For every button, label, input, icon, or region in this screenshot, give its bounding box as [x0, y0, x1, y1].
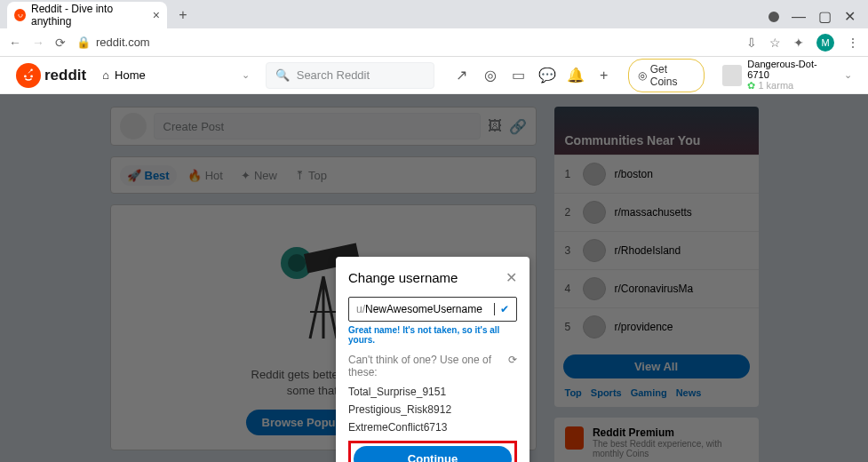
- chat-icon[interactable]: 💬: [539, 68, 555, 84]
- download-icon[interactable]: ⇩: [746, 36, 757, 50]
- home-icon: ⌂: [102, 68, 109, 82]
- feed-selector[interactable]: ⌂ Home ⌄: [95, 65, 256, 85]
- back-icon[interactable]: ←: [9, 36, 21, 50]
- suggestions-heading: Can't think of one? Use one of these:: [348, 354, 508, 378]
- maximize-icon[interactable]: ▢: [818, 8, 832, 25]
- extensions-icon[interactable]: ✦: [793, 36, 804, 50]
- reddit-wordmark: reddit: [44, 67, 86, 84]
- svg-point-2: [24, 75, 27, 77]
- new-tab-button[interactable]: +: [172, 4, 194, 26]
- modal-title: Change username: [348, 270, 458, 285]
- lock-icon: 🔒: [76, 36, 91, 49]
- svg-point-3: [30, 75, 33, 77]
- all-icon[interactable]: ◎: [482, 68, 498, 84]
- search-icon: 🔍: [275, 68, 290, 82]
- notifications-icon[interactable]: 🔔: [568, 68, 584, 84]
- reddit-favicon: [14, 9, 26, 21]
- chevron-down-icon: ⌄: [844, 69, 852, 81]
- search-input[interactable]: 🔍 Search Reddit: [266, 62, 434, 89]
- close-icon[interactable]: ✕: [506, 269, 517, 286]
- reddit-snoo-icon: [16, 63, 41, 88]
- svg-point-0: [18, 14, 20, 16]
- continue-button[interactable]: Continue: [354, 446, 512, 462]
- username-prefix: u/: [356, 303, 365, 315]
- tab-close-icon[interactable]: ×: [153, 8, 160, 22]
- bookmark-icon[interactable]: ☆: [769, 36, 781, 50]
- tab-title: Reddit - Dive into anything: [31, 3, 147, 28]
- checkmark-icon: ✔: [500, 303, 509, 315]
- coin-icon: ◎: [638, 69, 647, 82]
- change-username-modal: Change username ✕ u/ NewAwesomeUsername …: [336, 257, 530, 462]
- karma: 1 karma: [758, 80, 793, 91]
- forward-icon[interactable]: →: [32, 36, 44, 50]
- username: Dangerous-Dot-6710: [747, 59, 833, 80]
- popular-icon[interactable]: ↗: [454, 68, 470, 84]
- browser-tab[interactable]: Reddit - Dive into anything ×: [7, 2, 167, 28]
- minimize-icon[interactable]: —: [792, 9, 806, 25]
- url-text: reddit.com: [96, 36, 150, 49]
- username-suggestion[interactable]: Total_Surprise_9151: [348, 386, 517, 398]
- username-input[interactable]: u/ NewAwesomeUsername ✔: [348, 297, 517, 322]
- continue-highlight: Continue: [348, 441, 517, 462]
- search-placeholder: Search Reddit: [297, 68, 370, 82]
- record-icon: [768, 12, 779, 22]
- avatar: [722, 65, 743, 86]
- reload-icon[interactable]: ⟳: [55, 36, 66, 50]
- kebab-menu-icon[interactable]: ⋮: [847, 36, 859, 50]
- browser-profile[interactable]: M: [816, 34, 834, 52]
- username-value: NewAwesomeUsername: [365, 303, 495, 315]
- reddit-logo[interactable]: reddit: [16, 63, 86, 88]
- refresh-icon[interactable]: ⟳: [508, 354, 517, 378]
- username-suggestion[interactable]: Prestigious_Risk8912: [348, 403, 517, 416]
- chevron-down-icon: ⌄: [242, 69, 250, 81]
- user-menu[interactable]: Dangerous-Dot-6710 ✿ 1 karma ⌄: [722, 59, 852, 92]
- create-post-icon[interactable]: +: [596, 68, 612, 84]
- username-suggestion[interactable]: ExtremeConflict6713: [348, 421, 517, 434]
- close-window-icon[interactable]: ✕: [844, 8, 856, 25]
- live-icon[interactable]: ▭: [511, 68, 527, 84]
- address-bar[interactable]: 🔒 reddit.com: [76, 36, 150, 49]
- feed-label: Home: [115, 68, 146, 82]
- availability-message: Great name! It's not taken, so it's all …: [348, 325, 517, 345]
- get-coins-button[interactable]: ◎ Get Coins: [628, 59, 705, 92]
- svg-point-1: [21, 14, 23, 16]
